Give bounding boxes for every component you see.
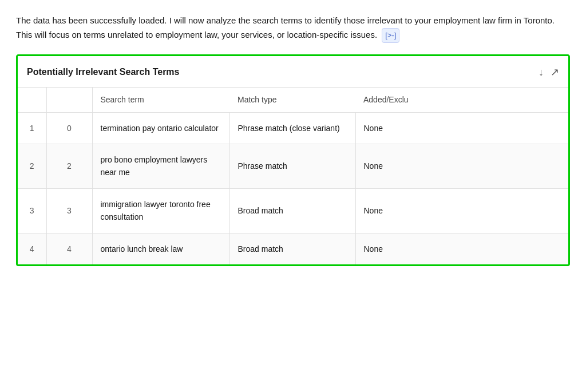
table-row: 44ontario lunch break lawBroad matchNone bbox=[18, 233, 568, 264]
table-title: Potentially Irrelevant Search Terms bbox=[27, 65, 179, 80]
row-col2: 2 bbox=[46, 144, 92, 189]
row-search-term: termination pay ontario calculator bbox=[92, 112, 229, 144]
row-added-exclu: None bbox=[355, 188, 568, 233]
row-match-type: Broad match bbox=[229, 233, 355, 264]
cursor-icon: [>-] bbox=[382, 28, 399, 42]
intro-paragraph: The data has been successfully loaded. I… bbox=[16, 14, 570, 43]
intro-text: The data has been successfully loaded. I… bbox=[16, 15, 555, 39]
col-header-2 bbox=[46, 88, 92, 112]
col-header-1 bbox=[18, 88, 46, 112]
row-col2: 4 bbox=[46, 233, 92, 264]
row-number: 1 bbox=[18, 112, 46, 144]
table-header-row: Potentially Irrelevant Search Terms ↓ ↗ bbox=[18, 56, 568, 88]
search-terms-table: Search term Match type Added/Exclu 10ter… bbox=[18, 88, 568, 264]
table-row: 33immigration lawyer toronto free consul… bbox=[18, 188, 568, 233]
row-added-exclu: None bbox=[355, 233, 568, 264]
row-match-type: Broad match bbox=[229, 188, 355, 233]
table-wrapper: Potentially Irrelevant Search Terms ↓ ↗ … bbox=[16, 54, 570, 267]
col-header-search-term: Search term bbox=[92, 88, 229, 112]
row-col2: 0 bbox=[46, 112, 92, 144]
row-search-term: immigration lawyer toronto free consulta… bbox=[92, 188, 229, 233]
row-match-type: Phrase match bbox=[229, 144, 355, 189]
row-number: 3 bbox=[18, 188, 46, 233]
table-row: 22pro bono employment lawyers near mePhr… bbox=[18, 144, 568, 189]
row-added-exclu: None bbox=[355, 144, 568, 189]
expand-icon[interactable]: ↗ bbox=[551, 64, 559, 81]
row-number: 4 bbox=[18, 233, 46, 264]
table-actions: ↓ ↗ bbox=[539, 64, 559, 81]
col-header-added-exclu: Added/Exclu bbox=[355, 88, 568, 112]
row-match-type: Phrase match (close variant) bbox=[229, 112, 355, 144]
table-row: 10termination pay ontario calculatorPhra… bbox=[18, 112, 568, 144]
row-search-term: ontario lunch break law bbox=[92, 233, 229, 264]
table-header: Search term Match type Added/Exclu bbox=[18, 88, 568, 112]
download-icon[interactable]: ↓ bbox=[539, 64, 544, 81]
col-header-match-type: Match type bbox=[229, 88, 355, 112]
row-added-exclu: None bbox=[355, 112, 568, 144]
row-col2: 3 bbox=[46, 188, 92, 233]
row-search-term: pro bono employment lawyers near me bbox=[92, 144, 229, 189]
row-number: 2 bbox=[18, 144, 46, 189]
